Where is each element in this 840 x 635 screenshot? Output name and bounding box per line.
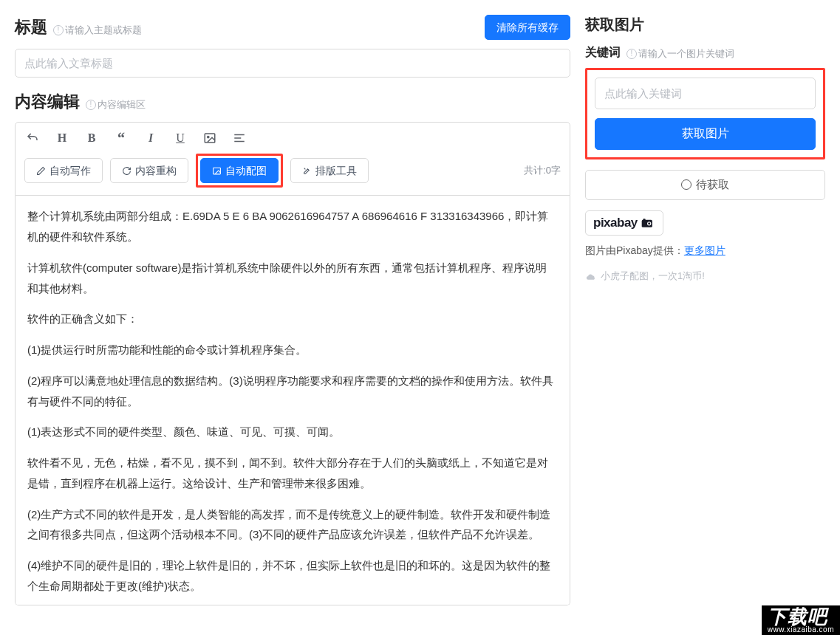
content-label: 内容编辑 <box>15 91 80 113</box>
quote-icon[interactable]: “ <box>113 130 129 146</box>
svg-point-8 <box>648 222 650 224</box>
editor-paragraph: (1)提供运行时所需功能和性能的命令或计算机程序集合。 <box>27 340 558 360</box>
editor-paragraph: (4)维护不同的硬件是旧的，理论上软件是旧的，并不坏，但实际上软件也是旧的和坏的… <box>27 555 558 597</box>
undo-icon[interactable] <box>24 130 41 146</box>
heading-icon[interactable]: H <box>54 130 70 146</box>
svg-point-1 <box>208 137 209 138</box>
keyword-label: 关键词 <box>585 45 621 61</box>
image-panel-title: 获取图片 <box>585 15 825 35</box>
restructure-button[interactable]: 内容重构 <box>110 158 188 183</box>
auto-write-button[interactable]: 自动写作 <box>24 158 103 183</box>
fetch-status: 待获取 <box>585 170 825 200</box>
keyword-hint: ! 请输入一个图片关键词 <box>626 47 734 61</box>
content-hint: ! 内容编辑区 <box>86 98 146 111</box>
title-label: 标题 <box>15 16 47 38</box>
title-section-header: 标题 ! 请输入主题或标题 清除所有缓存 <box>15 15 570 40</box>
auto-image-highlight: 自动配图 <box>196 154 283 188</box>
article-title-input[interactable] <box>15 49 570 78</box>
keyword-input[interactable] <box>595 78 816 109</box>
underline-icon[interactable]: U <box>172 130 188 146</box>
layout-tool-button[interactable]: 排版工具 <box>290 158 369 183</box>
cloud-icon <box>585 272 597 281</box>
editor-paragraph: 软件的正确含义如下： <box>27 309 558 329</box>
editor-paragraph: 计算机软件(computer software)是指计算机系统中除硬件以外的所有… <box>27 258 558 299</box>
editor-paragraph: 整个计算机系统由两部分组成：E.69DA 5 E 6 BA 9062616964… <box>27 206 558 247</box>
svg-rect-9 <box>643 219 645 221</box>
tools-icon <box>302 166 312 176</box>
editor-paragraph: (2)程序可以满意地处理信息的数据结构。(3)说明程序功能要求和程序需要的文档的… <box>27 371 558 412</box>
clear-cache-button[interactable]: 清除所有缓存 <box>485 15 570 40</box>
more-images-link[interactable]: 更多图片 <box>684 244 725 256</box>
title-hint: ! 请输入主题或标题 <box>53 24 142 37</box>
camera-icon <box>641 218 655 228</box>
editor-paragraph: (2)生产方式不同的软件是开发，是人类智能的高发挥，而不是传统意义上的硬件制造。… <box>27 504 558 546</box>
fetch-image-button[interactable]: 获取图片 <box>595 118 816 150</box>
footer-note: 小虎子配图，一次1淘币! <box>585 270 825 283</box>
editor-textarea[interactable]: 整个计算机系统由两部分组成：E.69DA 5 E 6 BA 9062616964… <box>15 196 570 605</box>
info-icon: ! <box>626 49 637 59</box>
image-icon[interactable] <box>202 130 218 146</box>
info-icon: ! <box>86 100 96 110</box>
editor-paragraph: (1)表达形式不同的硬件类型、颜色、味道、可见、可摸、可闻。 <box>27 422 558 442</box>
provider-line: 图片由Pixabay提供：更多图片 <box>585 244 825 258</box>
pixabay-badge: pixabay <box>585 210 663 236</box>
editor-paragraph: 软件看不见，无色，枯燥，看不见，摸不到，闻不到。软件大部分存在于人们的头脑或纸上… <box>27 453 558 494</box>
italic-icon[interactable]: I <box>143 130 159 146</box>
bold-icon[interactable]: B <box>83 130 100 146</box>
picture-icon <box>212 166 222 176</box>
circle-icon <box>681 179 692 190</box>
word-count: 共计:0字 <box>524 164 561 177</box>
pencil-icon <box>36 166 46 176</box>
editor-toolbar: H B “ I U 自动写作 <box>15 122 570 196</box>
keyword-highlight-box: 获取图片 <box>585 68 825 159</box>
watermark: 下载吧 www.xiazaiba.com <box>762 605 840 635</box>
auto-image-button[interactable]: 自动配图 <box>200 158 279 183</box>
refresh-icon <box>122 166 132 176</box>
align-left-icon[interactable] <box>231 130 247 146</box>
info-icon: ! <box>53 25 64 35</box>
